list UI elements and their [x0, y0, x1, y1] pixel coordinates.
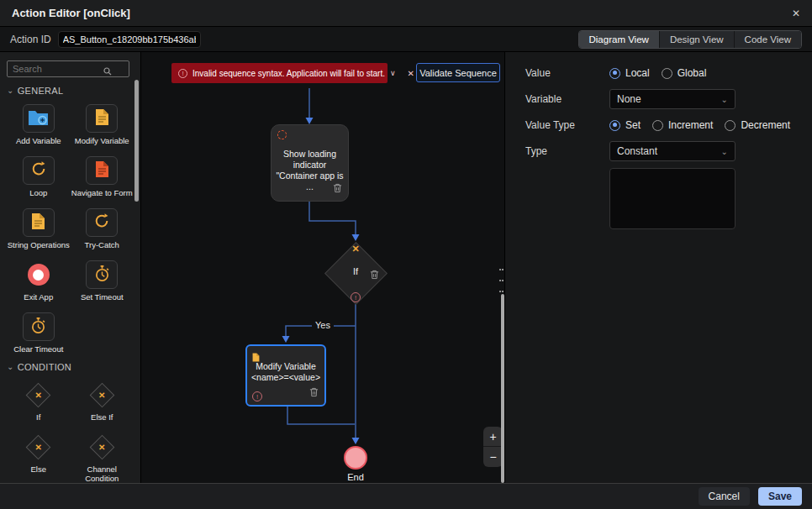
variable-select-value: None [617, 93, 641, 105]
general-items-grid: Add Variable Modify Variable Loop [7, 104, 134, 354]
sidebar-scrollbar[interactable] [134, 80, 139, 202]
trash-icon[interactable] [333, 181, 342, 197]
node-text-line: <name>=<value> [247, 372, 324, 383]
sidebar-item-label: Set Timeout [81, 292, 124, 302]
node-text-line: Show loading [272, 149, 348, 160]
sidebar-item-else[interactable]: ✕ Else [7, 433, 71, 483]
tab-code-view[interactable]: Code View [735, 31, 801, 48]
sidebar-item-clear-timeout[interactable]: Clear Timeout [7, 312, 71, 354]
variable-label: Variable [525, 93, 609, 105]
type-label: Type [525, 145, 609, 157]
loading-indicator-icon [277, 130, 287, 139]
sidebar-item-loop[interactable]: Loop [7, 156, 71, 197]
footer-bar: Cancel Save [0, 483, 812, 509]
section-condition[interactable]: ⌄ CONDITION [7, 362, 134, 372]
dialog-title: Action Editor [onClick] [12, 7, 130, 19]
sidebar-item-label: Clear Timeout [13, 344, 63, 354]
zoom-controls: + − [483, 427, 503, 467]
sidebar-item-add-variable[interactable]: Add Variable [7, 104, 71, 145]
radio-unselected-icon [725, 120, 736, 131]
close-icon[interactable]: ✕ [792, 8, 800, 19]
diagram-canvas[interactable]: ! Invalid sequence syntax. Application w… [141, 52, 504, 483]
sidebar-item-label: Navigate to Form [71, 188, 133, 197]
error-banner-text: Invalid sequence syntax. Application wil… [192, 69, 385, 78]
value-label: Value [525, 67, 609, 79]
chevron-down-icon: ⌄ [7, 88, 14, 93]
radio-local[interactable]: Local [609, 67, 650, 79]
toolbar: Action ID Diagram View Design View Code … [0, 27, 812, 52]
radio-increment[interactable]: Increment [652, 119, 713, 131]
title-bar: Action Editor [onClick] ✕ [0, 0, 812, 27]
banner-expand-icon[interactable]: ∨ [390, 69, 396, 77]
search-icon [103, 64, 112, 79]
node-end[interactable] [344, 446, 367, 470]
loop-icon [30, 160, 47, 181]
condition-x-icon: ✕ [324, 244, 387, 254]
flow-edges [141, 52, 504, 483]
try-catch-icon [93, 213, 110, 233]
tab-diagram-view[interactable]: Diagram View [579, 31, 660, 48]
sidebar-item-label: String Operations [8, 240, 70, 249]
error-banner: ! Invalid sequence syntax. Application w… [171, 63, 388, 83]
value-type-label: Value Type [525, 119, 609, 131]
sidebar-item-if[interactable]: ✕ If [7, 380, 71, 422]
string-operations-icon [31, 213, 45, 234]
action-id-label: Action ID [10, 34, 51, 45]
section-general[interactable]: ⌄ GENERAL [7, 86, 134, 96]
sidebar-item-label: Else [31, 464, 46, 474]
radio-global[interactable]: Global [662, 67, 707, 79]
navigate-to-form-icon [95, 160, 109, 181]
panel-resize-handle[interactable] [499, 269, 504, 292]
action-id-input[interactable] [58, 31, 201, 48]
search-box [7, 60, 134, 77]
modify-variable-icon [95, 108, 109, 129]
node-text-line: indicator [272, 160, 348, 171]
sidebar-item-modify-variable[interactable]: Modify Variable [71, 104, 134, 145]
radio-selected-icon [609, 68, 620, 79]
trash-icon[interactable] [370, 268, 379, 300]
tab-design-view[interactable]: Design View [660, 31, 735, 48]
action-editor-dialog: Action Editor [onClick] ✕ Action ID Diag… [0, 0, 812, 509]
sidebar-item-channel-condition[interactable]: ✕ Channel Condition [71, 433, 134, 483]
type-row: Type Constant ⌄ [525, 141, 812, 161]
properties-panel: Value Local Global Variable None ⌄ [504, 52, 812, 483]
chevron-down-icon: ⌄ [721, 147, 728, 156]
sidebar-item-else-if[interactable]: ✕ Else If [71, 380, 134, 422]
zoom-out-button[interactable]: − [483, 447, 503, 467]
trash-icon[interactable] [309, 386, 319, 401]
sidebar-item-label: Else If [91, 412, 113, 422]
sidebar-item-set-timeout[interactable]: Set Timeout [71, 260, 134, 302]
sidebar-item-label: Exit App [24, 292, 53, 302]
validate-sequence-button[interactable]: Validate Sequence [416, 63, 500, 82]
sidebar-item-label: If [36, 412, 40, 422]
type-select[interactable]: Constant ⌄ [609, 141, 736, 161]
type-select-value: Constant [617, 145, 657, 157]
canvas-scrollbar[interactable] [501, 294, 504, 483]
radio-unselected-icon [652, 120, 663, 131]
section-condition-label: CONDITION [18, 362, 71, 372]
sidebar-item-string-operations[interactable]: String Operations [7, 208, 71, 249]
radio-decrement[interactable]: Decrement [725, 119, 790, 131]
variable-select[interactable]: None ⌄ [609, 89, 736, 109]
sidebar-item-label: Try-Catch [85, 240, 119, 249]
value-type-radio-group: Set Increment Decrement [609, 119, 790, 131]
section-general-label: GENERAL [18, 86, 64, 96]
action-palette-sidebar: ⌄ GENERAL Add Variable Modify Variable [0, 52, 141, 483]
zoom-in-button[interactable]: + [483, 427, 503, 447]
radio-set[interactable]: Set [609, 119, 641, 131]
node-modify-variable[interactable]: Modify Variable <name>=<value> ! [245, 344, 326, 407]
banner-close-icon[interactable]: ✕ [408, 69, 414, 78]
save-button[interactable]: Save [758, 487, 802, 506]
sidebar-item-try-catch[interactable]: Try-Catch [71, 208, 134, 249]
clear-timeout-icon [30, 317, 46, 338]
sidebar-item-navigate-to-form[interactable]: Navigate to Form [71, 156, 134, 197]
cancel-button[interactable]: Cancel [699, 487, 750, 506]
error-badge-icon: ! [252, 391, 262, 401]
node-if[interactable]: ✕ If ! [324, 242, 387, 304]
variable-row: Variable None ⌄ [525, 89, 812, 109]
constant-value-textarea[interactable] [609, 168, 736, 229]
error-badge-icon: ! [351, 292, 361, 302]
sidebar-item-exit-app[interactable]: Exit App [7, 260, 71, 302]
main-area: ⌄ GENERAL Add Variable Modify Variable [0, 52, 812, 483]
node-show-loading-indicator[interactable]: Show loading indicator "Container app is… [271, 124, 349, 202]
